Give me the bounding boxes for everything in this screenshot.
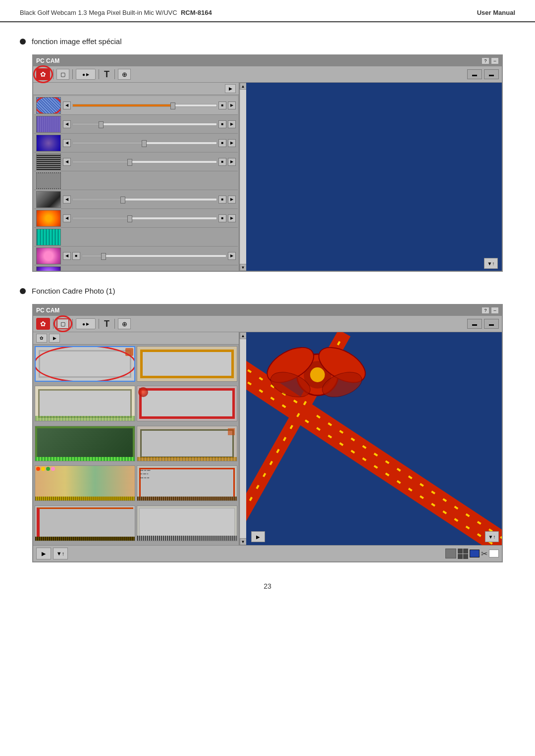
ctrl-back-1[interactable]: ◀ bbox=[63, 101, 71, 109]
pccam-help-btn-2[interactable]: ? bbox=[482, 307, 489, 314]
effect-thumb-8[interactable] bbox=[36, 229, 61, 246]
scroll-up-2[interactable]: ▲ bbox=[240, 332, 247, 339]
ctrl-fwd-4[interactable]: ▶ bbox=[228, 158, 236, 166]
ctrl-fwd-2[interactable]: ▶ bbox=[228, 120, 236, 128]
left-panel-2: ✿ ▶ bbox=[33, 332, 239, 545]
bt-blue-square[interactable] bbox=[470, 550, 480, 557]
ctrl-square-10[interactable]: ■ bbox=[218, 271, 226, 271]
bt-white-square[interactable] bbox=[489, 550, 499, 557]
section-1: fonction image effet spécial PC CAM ? – … bbox=[0, 27, 535, 282]
ctrl-square-7[interactable]: ■ bbox=[218, 214, 226, 222]
play-btn-2[interactable]: ▶ bbox=[49, 334, 60, 343]
ctrl-fwd-3[interactable]: ▶ bbox=[228, 139, 236, 147]
scroll-track-2[interactable] bbox=[240, 339, 246, 538]
cadre-cell-7[interactable] bbox=[35, 465, 135, 501]
play-btn-1[interactable]: ▶ bbox=[225, 84, 236, 93]
toolbar-right-icon-1a[interactable]: ▬ bbox=[467, 69, 482, 79]
effect-controls-1: ◀ ■ ▶ bbox=[63, 101, 236, 109]
ctrl-square-3[interactable]: ■ bbox=[218, 139, 226, 147]
settings-icon-2[interactable]: ✿ bbox=[36, 318, 50, 330]
sep-2a bbox=[53, 319, 54, 329]
star-btn-2[interactable]: ✿ bbox=[36, 334, 47, 343]
ctrl-fwd-6[interactable]: ▶ bbox=[228, 196, 236, 203]
bt-adjust-btn[interactable]: ▼↑ bbox=[53, 548, 68, 559]
pccam-controls-2: ? – bbox=[482, 307, 499, 314]
ctrl-slider-9[interactable] bbox=[82, 254, 226, 257]
toolbar-right-icon-1b[interactable]: ▬ bbox=[484, 69, 499, 79]
bottom-toolbar-2: ▶ ▼↑ ✂ bbox=[33, 545, 502, 561]
effect-controls-7: ◀ ■ ▶ bbox=[63, 214, 236, 222]
ctrl-slider-3[interactable] bbox=[72, 142, 217, 145]
ctrl-fwd-7[interactable]: ▶ bbox=[228, 214, 236, 222]
ctrl-back-6[interactable]: ◀ bbox=[63, 196, 71, 203]
cadre-cell-9[interactable] bbox=[35, 505, 135, 541]
ctrl-fwd-9[interactable]: ▶ bbox=[228, 252, 236, 260]
effect-row-5 bbox=[34, 171, 238, 190]
text-tool-1[interactable]: T bbox=[102, 69, 111, 80]
settings-icon-1[interactable]: ✿ bbox=[36, 68, 50, 80]
pccam-min-btn-1[interactable]: – bbox=[491, 57, 499, 64]
effect-thumb-10[interactable] bbox=[36, 266, 61, 271]
text-tool-2[interactable]: T bbox=[102, 319, 111, 329]
effect-thumb-5[interactable] bbox=[36, 172, 61, 189]
scissors-icon[interactable]: ✂ bbox=[481, 549, 487, 558]
effect-thumb-2[interactable] bbox=[36, 116, 61, 133]
ctrl-square-6[interactable]: ■ bbox=[218, 196, 226, 203]
frame-tool-2[interactable]: ▢ bbox=[56, 318, 69, 329]
cadre-cell-2[interactable] bbox=[137, 346, 237, 382]
zoom-tool-1[interactable]: ⊕ bbox=[118, 69, 131, 80]
section-1-label: fonction image effet spécial bbox=[32, 37, 122, 46]
ctrl-fwd-1[interactable]: ▶ bbox=[228, 101, 236, 109]
effect-thumb-1[interactable] bbox=[36, 97, 61, 114]
frame-tool-1[interactable]: ▢ bbox=[56, 69, 69, 80]
effect-thumb-7[interactable] bbox=[36, 210, 61, 227]
ctrl-slider-2[interactable] bbox=[72, 123, 217, 126]
ctrl-back-7[interactable]: ◀ bbox=[63, 214, 71, 222]
scroll-down-1[interactable]: ▼ bbox=[240, 264, 247, 271]
effect-controls-4: ◀ ■ ▶ bbox=[63, 158, 236, 166]
cadre-cell-8[interactable]: ▪▪▪ ▪▪ ▪▪▪▪▪ ▪▪▪ ▪▪▪▪ ▪▪ ▪▪ bbox=[137, 465, 237, 501]
pccam-min-btn-2[interactable]: – bbox=[491, 307, 499, 314]
record-tool-2[interactable]: ●▶ bbox=[76, 318, 96, 329]
ctrl-back-2[interactable]: ◀ bbox=[63, 120, 71, 128]
cadre-cell-1[interactable] bbox=[35, 346, 135, 382]
scroll-up-1[interactable]: ▲ bbox=[240, 83, 247, 90]
cadre-cell-10[interactable] bbox=[137, 505, 237, 541]
ctrl-slider-1[interactable] bbox=[72, 104, 217, 107]
toolbar-right-icon-2a[interactable]: ▬ bbox=[467, 319, 482, 329]
cadre-cell-6[interactable] bbox=[137, 426, 237, 461]
bt-square-icon[interactable] bbox=[445, 549, 456, 558]
toolbar-right-icon-2b[interactable]: ▬ bbox=[484, 319, 499, 329]
ctrl-slider-6[interactable] bbox=[72, 198, 217, 201]
pccam-help-btn-1[interactable]: ? bbox=[482, 57, 489, 64]
zoom-tool-2[interactable]: ⊕ bbox=[118, 318, 131, 329]
ctrl-square-2[interactable]: ■ bbox=[218, 120, 226, 128]
ctrl-back-10[interactable]: ◀ bbox=[63, 271, 71, 271]
scroll-track-1[interactable] bbox=[240, 90, 246, 264]
cadre-cell-5[interactable] bbox=[35, 426, 135, 461]
effect-thumb-9[interactable] bbox=[36, 248, 61, 264]
header-left: Black Golf Webcam 1.3 Mega Pixel Built-i… bbox=[20, 9, 212, 16]
scroll-down-2[interactable]: ▼ bbox=[240, 538, 247, 545]
effect-thumb-3[interactable] bbox=[36, 135, 61, 151]
bt-save-btn[interactable]: ▶ bbox=[36, 548, 51, 559]
ctrl-slider-7[interactable] bbox=[72, 217, 217, 220]
rp-save-btn-2[interactable]: ▶ bbox=[251, 531, 265, 542]
effect-thumb-4[interactable] bbox=[36, 153, 61, 170]
effect-row-4: ◀ ■ ▶ bbox=[34, 152, 238, 171]
ctrl-back-9[interactable]: ◀ bbox=[63, 252, 71, 260]
rp-adjust-btn-2[interactable]: ▼↑ bbox=[485, 531, 499, 542]
ctrl-back-3[interactable]: ◀ bbox=[63, 139, 71, 147]
effect-thumb-6[interactable] bbox=[36, 191, 61, 208]
cadre-cell-4[interactable] bbox=[137, 386, 237, 421]
ctrl-square-1[interactable]: ■ bbox=[218, 101, 226, 109]
ctrl-square-4[interactable]: ■ bbox=[218, 158, 226, 166]
ctrl-back-4[interactable]: ◀ bbox=[63, 158, 71, 166]
record-tool-1[interactable]: ●▶ bbox=[76, 69, 96, 80]
bt-grid-icon[interactable] bbox=[458, 549, 468, 559]
cadre-cell-3[interactable] bbox=[35, 386, 135, 421]
ctrl-slider-4[interactable] bbox=[72, 160, 217, 163]
ctrl-fwd-10[interactable]: ▶ bbox=[228, 271, 236, 271]
rp-adjust-btn-1[interactable]: ▼↑ bbox=[484, 258, 498, 269]
ctrl-square-9a[interactable]: ■ bbox=[72, 252, 80, 260]
